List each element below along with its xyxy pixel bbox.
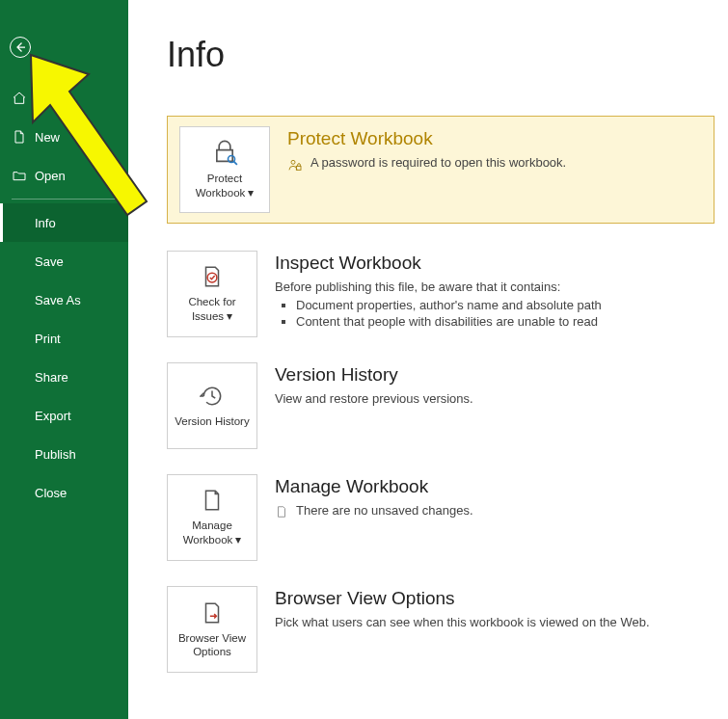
browser-desc: Pick what users can see when this workbo… <box>275 615 650 629</box>
protect-desc: A password is required to open this work… <box>310 155 566 170</box>
nav-close[interactable]: Close <box>0 473 128 512</box>
lock-search-icon <box>211 139 238 166</box>
nav-info-label: Info <box>35 216 56 230</box>
version-heading: Version History <box>275 364 473 386</box>
nav-export-label: Export <box>35 409 71 423</box>
browser-view-options-tile[interactable]: Browser View Options <box>167 586 257 673</box>
nav-lower-group: Info Save Save As Print Share Export Pub… <box>0 203 128 512</box>
nav-home-label: Home <box>35 92 68 106</box>
check-tile-label: Check for Issues▾ <box>168 295 256 324</box>
nav-open-label: Open <box>35 169 66 183</box>
chevron-down-icon: ▾ <box>248 186 254 200</box>
chevron-down-icon: ▾ <box>235 533 241 546</box>
nav-home[interactable]: Home <box>0 79 128 118</box>
nav-print[interactable]: Print <box>0 319 128 358</box>
nav-close-label: Close <box>35 486 67 500</box>
check-for-issues-tile[interactable]: Check for Issues▾ <box>167 251 257 337</box>
version-history-section: Version History Version History View and… <box>167 362 715 449</box>
document-small-icon <box>275 505 288 519</box>
manage-heading: Manage Workbook <box>275 476 473 497</box>
user-lock-icon <box>287 157 303 173</box>
manage-desc: There are no unsaved changes. <box>296 503 473 518</box>
nav-info[interactable]: Info <box>0 203 128 242</box>
version-tile-label: Version History <box>171 414 253 428</box>
inspect-desc: Before publishing this file, be aware th… <box>275 280 602 294</box>
main-content: Info Protect Workbook▾ Protect Workbook <box>128 0 728 719</box>
nav-save-as[interactable]: Save As <box>0 280 128 319</box>
browser-heading: Browser View Options <box>275 588 650 609</box>
backstage-sidebar: Home New Open Info Save Save As Print <box>0 0 128 719</box>
chevron-down-icon: ▾ <box>227 309 232 323</box>
protect-tile-label: Protect Workbook▾ <box>180 172 269 200</box>
svg-line-2 <box>233 162 237 166</box>
nav-export[interactable]: Export <box>0 396 128 435</box>
folder-open-icon <box>12 168 27 183</box>
nav-save-label: Save <box>35 254 64 269</box>
protect-workbook-section: Protect Workbook▾ Protect Workbook A pas… <box>167 116 715 224</box>
svg-point-3 <box>291 160 295 164</box>
manage-workbook-tile[interactable]: Manage Workbook▾ <box>167 474 257 561</box>
nav-print-label: Print <box>35 332 61 346</box>
protect-heading: Protect Workbook <box>287 128 566 149</box>
nav-top-group: Home New Open <box>0 79 128 195</box>
inspect-heading: Inspect Workbook <box>275 253 602 274</box>
home-icon <box>12 91 27 106</box>
document-icon <box>200 488 225 513</box>
page-title: Info <box>167 35 715 75</box>
nav-save-as-label: Save As <box>35 293 81 307</box>
list-item: Document properties, author's name and a… <box>296 298 602 312</box>
nav-new[interactable]: New <box>0 118 128 156</box>
back-button[interactable] <box>10 37 31 58</box>
nav-publish-label: Publish <box>35 447 76 462</box>
nav-share-label: Share <box>35 370 68 385</box>
inspect-workbook-section: Check for Issues▾ Inspect Workbook Befor… <box>167 251 715 337</box>
inspect-info: Inspect Workbook Before publishing this … <box>275 251 602 331</box>
nav-save[interactable]: Save <box>0 242 128 280</box>
list-item: Content that people with disabilities ar… <box>296 314 602 329</box>
browser-view-section: Browser View Options Browser View Option… <box>167 586 715 673</box>
nav-open[interactable]: Open <box>0 156 128 195</box>
new-file-icon <box>12 129 27 145</box>
nav-publish[interactable]: Publish <box>0 435 128 473</box>
manage-workbook-section: Manage Workbook▾ Manage Workbook There a… <box>167 474 715 561</box>
inspect-issues-list: Document properties, author's name and a… <box>296 298 602 329</box>
version-desc: View and restore previous versions. <box>275 391 473 406</box>
browser-tile-label: Browser View Options <box>168 631 256 659</box>
nav-divider <box>12 199 117 200</box>
browser-info: Browser View Options Pick what users can… <box>275 586 650 629</box>
nav-new-label: New <box>35 130 60 145</box>
protect-workbook-tile[interactable]: Protect Workbook▾ <box>179 126 270 213</box>
nav-share[interactable]: Share <box>0 358 128 396</box>
document-arrow-icon <box>200 600 225 626</box>
arrow-left-icon <box>14 41 26 53</box>
document-check-icon <box>200 264 225 289</box>
manage-tile-label: Manage Workbook▾ <box>168 519 256 547</box>
history-icon <box>200 384 225 409</box>
version-history-tile[interactable]: Version History <box>167 362 257 449</box>
version-info: Version History View and restore previou… <box>275 362 473 406</box>
protect-info: Protect Workbook A password is required … <box>287 126 566 173</box>
manage-info: Manage Workbook There are no unsaved cha… <box>275 474 473 519</box>
